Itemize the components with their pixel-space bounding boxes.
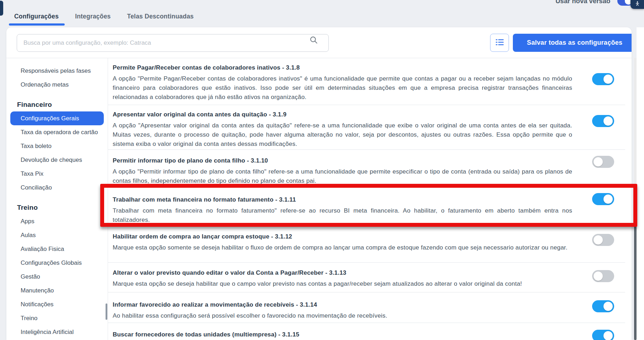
sidebar-item[interactable]: Apps [21,214,108,228]
setting-title: Permitir informar tipo de plano de conta… [113,157,575,164]
toggle-knob [603,116,613,126]
row-divider [108,262,625,263]
list-view-button[interactable] [490,34,509,52]
settings-card: Salvar todas as configurações Responsáve… [6,27,632,340]
toggle-knob [594,235,603,245]
tab-configuracoes[interactable]: Configurações [14,13,59,20]
nav-drawer-edge[interactable] [0,1,3,16]
sidebar-item[interactable]: Inteligência Artificial [21,325,108,339]
sidebar-item[interactable]: Ordenação metas [21,78,108,92]
toggle-knob [603,331,613,340]
row-divider [108,105,625,105]
sidebar-item[interactable]: Treino [21,311,108,325]
setting-toggle[interactable] [592,193,614,205]
accessibility-person-icon [634,1,640,8]
setting-toggle[interactable] [592,73,614,85]
sidebar-item[interactable]: Notificações [21,297,108,311]
setting-description: A opção "Apresentar valor original da co… [113,121,572,149]
row-divider [108,323,625,323]
setting-title: Habilitar ordem de compra ao lançar comp… [113,233,575,240]
new-version-label: Usar nova versão [556,0,616,5]
setting-description: A opção "Permitir informar tipo de plano… [113,167,572,186]
setting-title: Permite Pagar/Receber contas de colabora… [113,64,575,71]
setting-description: Marque esta opção se deseja habilitar qu… [113,279,572,289]
page-edge [637,27,644,340]
setting-title: Informar favorecido ao realizar a movime… [113,301,575,308]
sidebar-item[interactable]: Configurações Globais [21,256,108,270]
search-input[interactable] [17,34,329,52]
accessibility-button[interactable] [630,0,644,9]
setting-toggle[interactable] [592,300,614,312]
setting-description: Trabalhar com meta financeira no formato… [113,206,572,225]
search-icon[interactable] [309,35,318,45]
setting-description: Marque esta opção somente se deseja habi… [113,243,572,252]
row-divider [108,149,625,150]
save-all-button[interactable]: Salvar todas as configurações [513,34,632,52]
toggle-knob [594,157,603,166]
sidebar-item[interactable]: Avaliação Fisica [21,242,108,256]
setting-toggle[interactable] [592,156,614,168]
toggle-knob [594,272,603,281]
setting-title: Trabalhar com meta financeira no formato… [113,196,575,203]
sidebar-item[interactable]: Manutenção [21,284,108,297]
setting-description: A opção "Permite Pagar/Receber contas de… [113,74,572,102]
sidebar-item[interactable]: Configurações Gerais [10,111,104,125]
setting-toggle[interactable] [592,115,614,127]
sidebar-scrollbar-thumb[interactable] [106,303,107,320]
sidebar-section-header: Financeiro [17,101,108,109]
tab-integracoes[interactable]: Integrações [75,13,111,20]
tab-telas-descontinuadas[interactable]: Telas Descontinuadas [127,13,194,20]
setting-toggle[interactable] [592,234,614,246]
tab-bar: ConfiguraçõesIntegraçõesTelas Descontinu… [14,13,194,20]
setting-title: Buscar fornecedores de todas unidades (m… [113,331,575,338]
settings-list: Permite Pagar/Receber contas de colabora… [108,58,632,340]
scrollbar-thumb[interactable] [634,210,637,340]
sidebar-section-header: Treino [17,204,108,212]
toggle-knob [603,75,613,84]
sidebar-item[interactable]: Responsáveis pelas fases [21,64,108,78]
toggle-knob [603,302,613,311]
setting-title: Alterar o valor previsto quando editar o… [113,269,575,276]
toggle-knob [603,194,613,204]
setting-title: Apresentar valor original da conta antes… [113,111,575,118]
sidebar-item[interactable]: Gestão [21,270,108,284]
row-divider [108,292,625,292]
setting-toggle[interactable] [592,330,614,340]
setting-description: Ao habilitar essa configuração será poss… [113,311,572,320]
sidebar-item[interactable]: Taxa boleto [21,139,108,153]
list-icon [495,38,504,48]
sidebar-item[interactable]: Aulas [21,228,108,242]
sidebar-item[interactable]: Taxa Pix [21,167,108,181]
sidebar-item[interactable]: Conciliação [21,181,108,194]
sidebar-item[interactable]: Devolução de cheques [21,153,108,167]
setting-toggle[interactable] [592,270,614,282]
sidebar-item[interactable]: Taxa da operadora de cartão [21,125,108,139]
settings-sidebar: Responsáveis pelas fasesOrdenação metasF… [6,58,108,340]
